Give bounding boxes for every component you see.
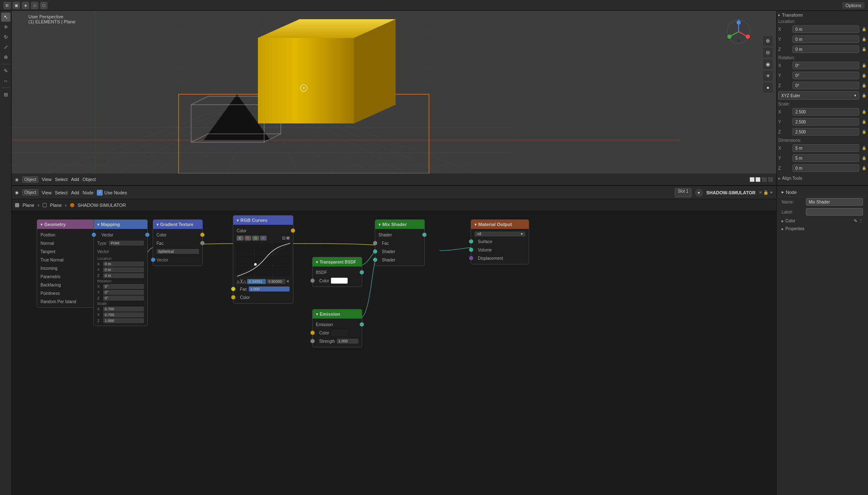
vp-menu-object[interactable]: Object [83, 177, 96, 182]
rotation-mode-lock[interactable]: 🔒 [862, 93, 866, 98]
vp-menu-view[interactable]: View [42, 177, 52, 182]
emission-strength-value[interactable]: 1.000 [337, 339, 358, 344]
dim-z-lock[interactable]: 🔒 [862, 166, 866, 170]
mapping-scale-y-field[interactable]: 0.700 [103, 312, 144, 317]
emission-collapse[interactable]: ▾ [316, 312, 318, 317]
dim-x-field[interactable]: 5 m [792, 144, 859, 152]
channel-b[interactable]: B [260, 236, 267, 241]
options-button[interactable]: Options [842, 2, 865, 9]
socket-output-surface[interactable] [469, 239, 473, 244]
zoom-icon[interactable]: ⊕ [763, 36, 773, 46]
material-output-collapse[interactable]: ▾ [474, 222, 477, 227]
rot-y-field[interactable]: 0° [792, 72, 859, 79]
scale-y-lock[interactable]: 🔒 [862, 120, 866, 124]
emission-node[interactable]: ▾ Emission Emission Color [312, 309, 362, 347]
mapping-type-dropdown[interactable]: Point [109, 241, 144, 246]
curve-icon-1[interactable]: △ [237, 279, 240, 284]
vp-menu-add[interactable]: Add [71, 177, 79, 182]
color-dots-icon[interactable]: ⋮ [859, 219, 863, 223]
mapping-rot-y-field[interactable]: 0° [103, 290, 144, 295]
vp-object-mode[interactable]: Object [22, 176, 38, 183]
tool-rotate[interactable]: ↻ [1, 33, 10, 42]
socket-output-displacement[interactable] [469, 256, 473, 260]
socket-mapping-vec-in[interactable] [92, 233, 96, 237]
curve-close[interactable]: ✕ [286, 279, 290, 284]
material-output-node[interactable]: ▾ Material Output All ▾ Surface [471, 219, 529, 264]
curve-y-value[interactable]: 0.90000 [267, 279, 285, 284]
transparent-bsdf-node[interactable]: ▾ Transparent BSDF BSDF Color [312, 257, 362, 287]
gradient-collapse[interactable]: ▾ [156, 222, 159, 227]
topbar-icon-3[interactable]: ◈ [22, 2, 29, 9]
dim-x-lock[interactable]: 🔒 [862, 146, 866, 150]
channel-g[interactable]: G [252, 236, 259, 241]
vp-menu-select[interactable]: Select [55, 177, 68, 182]
mapping-scale-z-field[interactable]: 1.000 [103, 318, 144, 323]
dim-y-lock[interactable]: 🔒 [862, 156, 866, 160]
curve-display[interactable] [237, 243, 291, 276]
use-nodes-checkbox[interactable]: ✓ [97, 190, 103, 196]
breadcrumb-plane1[interactable]: Plane [23, 203, 34, 208]
socket-rgb-color-in[interactable] [231, 295, 235, 299]
dim-y-field[interactable]: 5 m [792, 154, 859, 162]
curve-tool-2[interactable]: ⊠ [286, 236, 290, 241]
mapping-loc-z-field[interactable]: 0 m [103, 273, 144, 278]
node-label-field[interactable] [806, 208, 863, 216]
scale-z-field[interactable]: 2.500 [792, 128, 859, 136]
camera-icon[interactable]: ◉ [763, 59, 773, 69]
mix-shader-node[interactable]: ▾ Mix Shader Shader Fac [375, 219, 425, 266]
socket-emission-out[interactable] [360, 322, 364, 327]
gradient-texture-node[interactable]: ▾ Gradient Texture Color Fac [153, 219, 203, 266]
color-expand-icon[interactable]: ▸ [782, 219, 784, 223]
ne-menu-view[interactable]: View [42, 190, 52, 195]
channel-c[interactable]: C [237, 236, 244, 241]
rgb-fac-value[interactable]: 1.000 [249, 286, 290, 291]
socket-emission-strength[interactable] [310, 339, 315, 343]
mapping-scale-x-field[interactable]: 0.700 [103, 307, 144, 312]
loc-z-lock[interactable]: 🔒 [862, 47, 866, 51]
transform-header[interactable]: ▸ Transform [778, 13, 866, 18]
rotation-mode-dropdown[interactable]: XYZ Euler [778, 91, 859, 100]
mapping-loc-x-field[interactable]: 0 m [103, 261, 144, 266]
ne-menu-select[interactable]: Select [55, 190, 68, 195]
tool-transform[interactable]: ⊕ [1, 53, 10, 62]
tool-add[interactable]: ⊞ [1, 90, 10, 99]
rot-x-lock[interactable]: 🔒 [862, 63, 866, 68]
socket-mix-shader2[interactable] [373, 258, 377, 262]
mapping-rot-x-field[interactable]: 0° [103, 284, 144, 289]
tool-move[interactable]: ✛ [1, 23, 10, 32]
color-edit-icon[interactable]: ✎ [854, 219, 857, 223]
socket-gradient-vec[interactable] [151, 258, 155, 262]
navigation-gizmo[interactable]: Z X Y [726, 19, 751, 44]
node-canvas[interactable]: ▾ Geometry Position Normal Ta [12, 211, 776, 495]
rgb-curves-node[interactable]: ▾ RGB Curves Color C R G B [233, 215, 293, 304]
mapping-rot-z-field[interactable]: 0° [103, 296, 144, 301]
tool-scale[interactable]: ⤢ [1, 43, 10, 52]
socket-emission-color[interactable] [310, 331, 315, 335]
loc-y-field[interactable]: 0 m [792, 35, 859, 43]
topbar-icon-2[interactable]: ▣ [13, 2, 20, 9]
socket-transparent-out[interactable] [360, 270, 364, 274]
geometry-collapse[interactable]: ▾ [40, 222, 43, 227]
emission-color-swatch[interactable] [331, 330, 348, 336]
socket-transparent-color[interactable] [310, 279, 315, 283]
curve-icon-3[interactable]: △ [243, 279, 246, 284]
rgb-curves-collapse[interactable]: ▾ [237, 218, 239, 223]
mapping-loc-y-field[interactable]: 0 m [103, 267, 144, 272]
loc-x-field[interactable]: 0 m [792, 25, 859, 33]
socket-rgb-color-out[interactable] [291, 229, 295, 233]
ne-object-mode[interactable]: Object [22, 189, 38, 196]
socket-gradient-color[interactable] [200, 233, 204, 237]
rot-x-field[interactable]: 0° [792, 62, 859, 69]
align-tools-button[interactable]: Align Tools [782, 176, 802, 181]
rot-z-lock[interactable]: 🔒 [862, 83, 866, 88]
node-name-field[interactable]: Mix Shader [806, 198, 863, 206]
scale-x-field[interactable]: 2.500 [792, 108, 859, 116]
socket-output-volume[interactable] [469, 248, 473, 252]
tool-cursor[interactable]: ↖ [1, 13, 10, 22]
slot-select[interactable]: Slot 1 [675, 188, 691, 197]
curve-x-value[interactable]: 0.34091 [247, 279, 266, 284]
shading-icon[interactable]: ● [763, 83, 773, 93]
viewport[interactable]: User Perspective (1) ELEMENTS | Plane Z … [12, 11, 776, 186]
mix-shader-collapse[interactable]: ▾ [378, 222, 381, 227]
scale-z-lock[interactable]: 🔒 [862, 130, 866, 134]
